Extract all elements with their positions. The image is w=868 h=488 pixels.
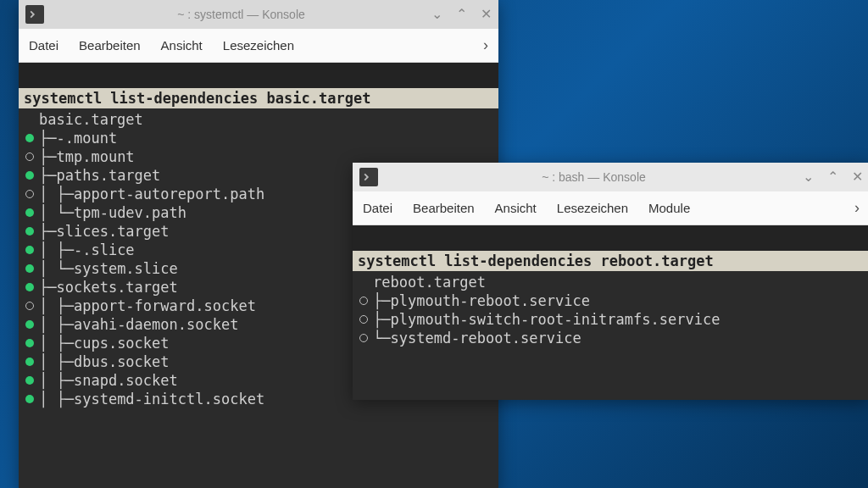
minimize-icon[interactable]: ⌄ <box>431 8 442 21</box>
tree-branch: ├─ <box>373 310 390 329</box>
minimize-icon[interactable]: ⌄ <box>803 170 814 184</box>
tree-row: ├─-.mount <box>24 129 493 147</box>
status-dot-inactive-icon <box>359 334 368 342</box>
menu-overflow-icon[interactable]: › <box>483 36 488 54</box>
unit-name: cups.socket <box>74 334 170 352</box>
unit-name: tmp.mount <box>56 147 134 166</box>
status-dot-active-icon <box>25 376 34 385</box>
status-dot-active-icon <box>25 171 34 180</box>
maximize-icon[interactable]: ⌃ <box>827 170 838 184</box>
command-row: systemctl list-dependencies reboot.targe… <box>353 251 868 271</box>
maximize-icon[interactable]: ⌃ <box>456 8 467 21</box>
window-controls: ⌄ ⌃ ✕ <box>431 8 492 21</box>
unit-name: plymouth-reboot.service <box>390 291 589 310</box>
status-dot-inactive-icon <box>25 302 34 310</box>
menu-bookmarks[interactable]: Lesezeichen <box>557 201 628 215</box>
unit-name: apport-forward.socket <box>74 297 256 315</box>
status-dot-active-icon <box>25 339 34 347</box>
menu-edit[interactable]: Bearbeiten <box>79 38 141 53</box>
window-controls: ⌄ ⌃ ✕ <box>803 170 863 184</box>
tree-row: ├─plymouth-switch-root-initramfs.service <box>358 310 865 329</box>
window-title: ~ : systemctl — Konsole <box>51 8 431 21</box>
tree-branch: │ ├─ <box>39 241 74 259</box>
menu-file[interactable]: Datei <box>29 38 58 53</box>
menu-edit[interactable]: Bearbeiten <box>413 201 475 215</box>
menu-view[interactable]: Ansicht <box>495 201 537 215</box>
status-dot-active-icon <box>25 246 34 254</box>
titlebar[interactable]: ~ : bash — Konsole ⌄ ⌃ ✕ <box>353 163 868 191</box>
unit-name: sockets.target <box>56 278 177 297</box>
unit-name: plymouth-switch-root-initramfs.service <box>390 310 720 329</box>
dependency-tree: reboot.target ├─plymouth-reboot.service├… <box>353 271 868 349</box>
status-dot-active-icon <box>25 227 34 236</box>
tree-branch: ├─ <box>39 129 56 147</box>
status-dot-active-icon <box>25 283 34 291</box>
menubar: Datei Bearbeiten Ansicht Lesezeichen › <box>19 29 498 63</box>
tree-branch: ├─ <box>39 278 56 297</box>
menu-module[interactable]: Module <box>648 201 690 215</box>
tab-strip[interactable] <box>19 63 498 88</box>
status-dot-inactive-icon <box>359 315 368 324</box>
tree-branch: ├─ <box>39 222 56 241</box>
unit-name: avahi-daemon.socket <box>74 315 238 334</box>
unit-name: -.slice <box>74 241 135 259</box>
unit-name: apport-autoreport.path <box>74 185 264 203</box>
tree-row: ├─plymouth-reboot.service <box>358 291 865 310</box>
unit-name: slices.target <box>56 222 169 241</box>
unit-name: systemd-reboot.service <box>390 329 581 347</box>
status-dot-active-icon <box>25 208 34 217</box>
tree-row: └─systemd-reboot.service <box>358 329 865 347</box>
tree-branch: │ ├─ <box>39 390 74 408</box>
menubar: Datei Bearbeiten Ansicht Lesezeichen Mod… <box>353 191 868 225</box>
tree-branch: └─ <box>373 329 390 347</box>
status-dot-active-icon <box>25 134 34 142</box>
tree-branch: ├─ <box>39 147 56 166</box>
tree-branch: ├─ <box>39 166 56 185</box>
terminal-icon <box>359 168 378 186</box>
menu-bookmarks[interactable]: Lesezeichen <box>223 38 294 53</box>
tree-branch: │ ├─ <box>39 352 74 371</box>
tree-branch: │ ├─ <box>39 297 74 315</box>
status-dot-active-icon <box>25 358 34 366</box>
status-dot-active-icon <box>25 320 34 329</box>
status-dot-inactive-icon <box>359 297 368 305</box>
tree-branch: │ ├─ <box>39 371 74 390</box>
tree-branch: │ ├─ <box>39 185 74 203</box>
unit-name: tpm-udev.path <box>74 203 186 222</box>
unit-name: snapd.socket <box>74 371 178 390</box>
unit-name: system.slice <box>74 259 178 278</box>
unit-name: dbus.socket <box>74 352 170 371</box>
menu-overflow-icon[interactable]: › <box>854 199 860 217</box>
terminal-window-bash: ~ : bash — Konsole ⌄ ⌃ ✕ Datei Bearbeite… <box>353 163 868 400</box>
tree-branch: ├─ <box>373 291 390 310</box>
titlebar[interactable]: ~ : systemctl — Konsole ⌄ ⌃ ✕ <box>19 0 498 29</box>
tree-root: basic.target <box>24 110 493 129</box>
tree-branch: │ └─ <box>39 259 74 278</box>
tree-root: reboot.target <box>358 273 865 291</box>
close-icon[interactable]: ✕ <box>852 170 863 184</box>
tab-strip[interactable] <box>353 225 868 251</box>
status-dot-inactive-icon <box>25 152 34 161</box>
unit-name: systemd-initctl.socket <box>74 390 264 408</box>
status-dot-active-icon <box>25 264 34 273</box>
close-icon[interactable]: ✕ <box>481 8 492 21</box>
tree-branch: │ ├─ <box>39 334 74 352</box>
menu-view[interactable]: Ansicht <box>161 38 203 53</box>
unit-name: paths.target <box>56 166 160 185</box>
tree-branch: │ ├─ <box>39 315 74 334</box>
command-row: systemctl list-dependencies basic.target <box>19 88 498 108</box>
menu-file[interactable]: Datei <box>363 201 392 215</box>
unit-name: -.mount <box>56 129 117 147</box>
terminal-icon <box>25 5 44 24</box>
terminal-output[interactable]: systemctl list-dependencies reboot.targe… <box>353 251 868 400</box>
status-dot-inactive-icon <box>25 190 34 198</box>
status-dot-active-icon <box>25 395 34 403</box>
tree-branch: │ └─ <box>39 203 74 222</box>
window-title: ~ : bash — Konsole <box>385 170 803 184</box>
